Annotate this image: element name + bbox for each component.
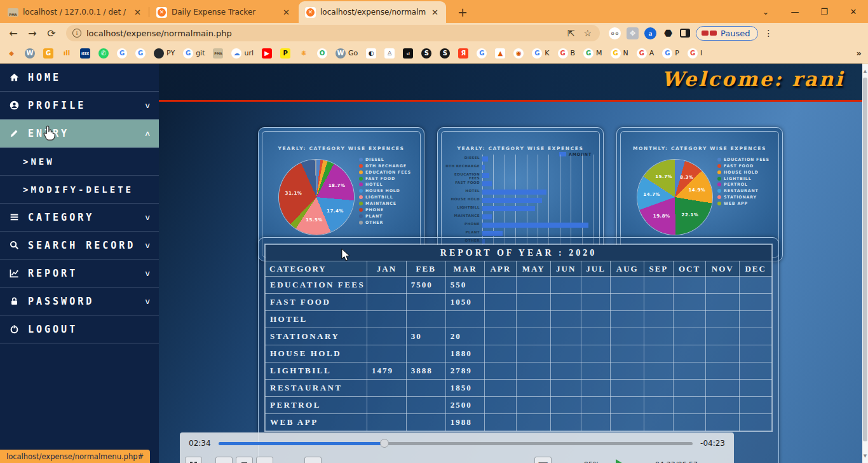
tab-close-icon[interactable]: ✕ [430, 8, 440, 17]
legend-item: EDUCATION FEES [717, 157, 772, 162]
bar-lightbill [482, 206, 535, 211]
bookmark-item-26[interactable]: GK [532, 48, 549, 59]
bookmark-item-21[interactable]: S [440, 48, 450, 59]
bookmark-item-28[interactable]: GM [583, 48, 602, 59]
bookmark-item-25[interactable]: ◉ [513, 48, 524, 59]
minimize-button[interactable]: — [780, 0, 810, 23]
sidebar-item-report[interactable]: REPORTv [0, 259, 159, 287]
frame-step-button[interactable]: ⇥ [304, 457, 322, 463]
bookmark-item-18[interactable]: ♙ [384, 48, 395, 59]
panda-extension-icon[interactable] [609, 27, 621, 39]
vertical-scrollbar[interactable]: ▲ ▼ [862, 64, 868, 463]
value-cell [706, 414, 740, 431]
time-counter: 04:23/06:57 [655, 460, 698, 463]
sidebar-item-entry[interactable]: ENTRYʌ [0, 120, 159, 148]
sidebar-item--new[interactable]: >NEW [0, 148, 159, 176]
a-extension-icon[interactable]: a [644, 27, 656, 39]
value-cell [673, 277, 706, 294]
bookmark-item-9[interactable]: Ggit [183, 48, 205, 59]
chart-title: YEARLY: CATEGORY WISE EXPENCES [442, 146, 599, 151]
legend-label: DIESEL [365, 157, 384, 162]
scroll-up-arrow-icon[interactable]: ▲ [862, 67, 868, 76]
paused-badge[interactable]: Paused [696, 26, 758, 41]
forward-button[interactable]: → [24, 25, 41, 41]
next-button[interactable]: ⏭ [256, 457, 273, 463]
sidebar-item-home[interactable]: HOME [0, 64, 159, 92]
bookmark-item-5[interactable]: ✆ [98, 48, 109, 59]
pause-button[interactable] [185, 457, 202, 463]
bookmark-item-7[interactable]: G [135, 48, 146, 59]
bookmark-item-12[interactable]: ▶ [262, 48, 272, 59]
new-tab-button[interactable]: + [454, 3, 471, 21]
bookmark-item-1[interactable]: W [25, 48, 35, 59]
scroll-down-arrow-icon[interactable]: ▼ [862, 452, 868, 460]
bar-category-label: LIGHTBILL [444, 205, 480, 209]
bookmark-item-27[interactable]: GB [558, 48, 576, 59]
bookmark-item-31[interactable]: GP [662, 48, 679, 59]
back-button[interactable]: ← [5, 25, 22, 41]
extensions-puzzle-icon[interactable]: ⬣ [662, 27, 674, 39]
bookmark-item-32[interactable]: GI [688, 48, 702, 59]
scrollbar-thumb[interactable] [863, 78, 867, 441]
sidebar-item-search-record[interactable]: SEARCH RECORDv [0, 232, 159, 259]
browser-tab-1[interactable]: ✕Daily Expense Tracker✕ [150, 1, 297, 23]
bookmark-item-29[interactable]: GN [611, 48, 628, 59]
tab-close-icon[interactable]: ✕ [133, 8, 142, 17]
share-icon[interactable]: ⇱ [566, 28, 577, 38]
address-bar[interactable]: i localhost/expense/normalmain.php ⇱ ☆ [66, 25, 600, 41]
bookmark-item-16[interactable]: WGo [336, 48, 358, 59]
bookmark-item-11[interactable]: ☁url [231, 48, 254, 59]
value-cell [740, 294, 772, 311]
bookmark-item-20[interactable]: S [421, 48, 431, 59]
sidebar-item--modify-delete[interactable]: >MODIFY-DELETE [0, 176, 159, 204]
bookmark-item-6[interactable]: G [117, 48, 127, 59]
legend-swatch [359, 177, 363, 181]
bookmark-item-23[interactable]: G [477, 48, 487, 59]
browser-window: PMAlocalhost / 127.0.0.1 / det / login✕✕… [0, 0, 868, 463]
gridline [548, 155, 549, 246]
bookmark-item-24[interactable]: ▲ [495, 48, 505, 59]
bookmark-item-13[interactable]: P [280, 48, 290, 59]
bookmark-item-22[interactable]: Я [458, 48, 468, 59]
url-text[interactable]: localhost/expense/normalmain.php [86, 29, 232, 38]
selector-extension-icon[interactable]: ✥ [627, 27, 639, 39]
seek-knob[interactable] [380, 439, 389, 448]
legend-swatch [359, 214, 363, 218]
bookmark-star-icon[interactable]: ☆ [581, 28, 593, 38]
bookmark-item-4[interactable]: IEEE [80, 48, 90, 59]
close-button[interactable]: ✕ [839, 0, 868, 23]
bookmark-item-2[interactable]: G [43, 48, 53, 59]
text-tool-button[interactable]: ⌨ [534, 457, 552, 463]
bookmark-item-15[interactable]: O [317, 48, 327, 59]
stop-button[interactable] [236, 457, 253, 463]
bookmark-item-30[interactable]: GA [637, 48, 654, 59]
side-panel-icon[interactable] [680, 29, 690, 38]
sidebar-item-password[interactable]: PASSWORDv [0, 287, 159, 315]
browser-tab-0[interactable]: PMAlocalhost / 127.0.0.1 / det / login✕ [1, 1, 149, 23]
rewind-button[interactable]: ⏮ [215, 457, 233, 463]
sidebar-item-category[interactable]: CATEGORYv [0, 204, 159, 232]
sidebar-item-logout[interactable]: LOGOUT [0, 315, 159, 343]
browser-tab-2[interactable]: ✕localhost/expense/normalmain.p✕ [299, 1, 446, 23]
sidebar-item-profile[interactable]: PROFILEv [0, 92, 159, 120]
seek-bar[interactable] [219, 442, 693, 445]
bookmark-item-10[interactable]: PMA [213, 48, 223, 59]
bookmark-item-8[interactable]: PY [154, 48, 175, 59]
reload-button[interactable]: ⟳ [43, 25, 60, 41]
bookmark-item-19[interactable]: cl [403, 48, 413, 59]
volume-icon[interactable] [616, 459, 632, 463]
chevron-icon: v [145, 212, 150, 222]
bookmark-item-17[interactable]: ◐ [366, 48, 376, 59]
restore-button[interactable]: ❐ [810, 0, 839, 23]
bookmark-item-3[interactable]: ıll [62, 48, 72, 59]
legend-label: DTH RECHARGE [365, 163, 407, 169]
legend-swatch [359, 183, 363, 186]
site-info-icon[interactable]: i [72, 29, 81, 38]
tab-close-icon[interactable]: ✕ [281, 8, 291, 17]
bookmark-item-14[interactable]: ❋ [299, 48, 309, 59]
value-cell [706, 311, 740, 328]
bookmark-item-0[interactable]: ◆ [6, 48, 17, 59]
tab-search-chevron-icon[interactable]: ⌄ [751, 0, 780, 23]
menu-dots-icon[interactable]: ⋮ [764, 32, 773, 35]
bookmarks-overflow-chevron[interactable]: » [857, 48, 862, 58]
